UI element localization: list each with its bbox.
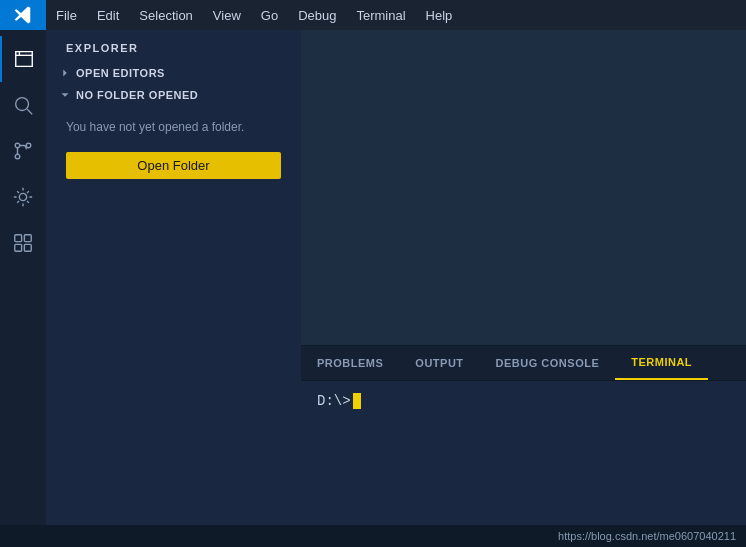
svg-point-4 — [26, 143, 31, 148]
open-folder-button[interactable]: Open Folder — [66, 152, 281, 179]
svg-rect-7 — [24, 235, 31, 242]
chevron-down-icon — [58, 88, 72, 102]
svg-point-2 — [15, 143, 20, 148]
sidebar-section-open-editors: OPEN EDITORS — [46, 62, 301, 84]
panel: PROBLEMS OUTPUT DEBUG CONSOLE TERMINAL D… — [301, 345, 746, 525]
activity-search[interactable] — [0, 82, 46, 128]
menu-selection[interactable]: Selection — [129, 0, 202, 30]
menu-view[interactable]: View — [203, 0, 251, 30]
tab-output[interactable]: OUTPUT — [399, 346, 479, 380]
no-folder-label: NO FOLDER OPENED — [76, 89, 198, 101]
status-bar: https://blog.csdn.net/me0607040211 — [0, 525, 746, 547]
activity-explorer[interactable] — [0, 36, 46, 82]
menu-edit[interactable]: Edit — [87, 0, 129, 30]
svg-rect-9 — [24, 244, 31, 251]
terminal-prompt: D:\> — [317, 393, 730, 409]
tab-debug-console[interactable]: DEBUG CONSOLE — [480, 346, 616, 380]
no-folder-text: You have not yet opened a folder. — [46, 106, 301, 148]
tab-terminal[interactable]: TERMINAL — [615, 346, 708, 380]
svg-rect-8 — [15, 244, 22, 251]
svg-line-1 — [27, 109, 32, 114]
editor-main — [301, 30, 746, 345]
main-container: EXPLORER OPEN EDITORS NO FOLDER OPENED Y… — [0, 30, 746, 525]
menu-file[interactable]: File — [46, 0, 87, 30]
editor-area: PROBLEMS OUTPUT DEBUG CONSOLE TERMINAL D… — [301, 30, 746, 525]
svg-point-3 — [15, 154, 20, 159]
sidebar: EXPLORER OPEN EDITORS NO FOLDER OPENED Y… — [46, 30, 301, 525]
svg-point-5 — [19, 193, 26, 200]
panel-tabs: PROBLEMS OUTPUT DEBUG CONSOLE TERMINAL — [301, 346, 746, 381]
menubar-items: File Edit Selection View Go Debug Termin… — [46, 0, 462, 30]
sidebar-title: EXPLORER — [46, 30, 301, 62]
menu-go[interactable]: Go — [251, 0, 288, 30]
open-editors-label: OPEN EDITORS — [76, 67, 165, 79]
svg-rect-6 — [15, 235, 22, 242]
activity-extensions[interactable] — [0, 220, 46, 266]
terminal-cursor — [353, 393, 361, 409]
sidebar-section-header-open-editors[interactable]: OPEN EDITORS — [46, 62, 301, 84]
menubar: File Edit Selection View Go Debug Termin… — [0, 0, 746, 30]
menu-debug[interactable]: Debug — [288, 0, 346, 30]
activity-debug[interactable] — [0, 174, 46, 220]
menu-help[interactable]: Help — [416, 0, 463, 30]
vscode-logo — [0, 0, 46, 30]
chevron-right-icon — [58, 66, 72, 80]
tab-problems[interactable]: PROBLEMS — [301, 346, 399, 380]
svg-point-0 — [16, 98, 29, 111]
activity-source-control[interactable] — [0, 128, 46, 174]
sidebar-section-header-no-folder[interactable]: NO FOLDER OPENED — [46, 84, 301, 106]
status-bar-url: https://blog.csdn.net/me0607040211 — [558, 530, 736, 542]
menu-terminal[interactable]: Terminal — [346, 0, 415, 30]
terminal-content[interactable]: D:\> — [301, 381, 746, 525]
terminal-prompt-text: D:\> — [317, 393, 351, 409]
sidebar-section-no-folder: NO FOLDER OPENED You have not yet opened… — [46, 84, 301, 191]
activity-bar — [0, 30, 46, 525]
